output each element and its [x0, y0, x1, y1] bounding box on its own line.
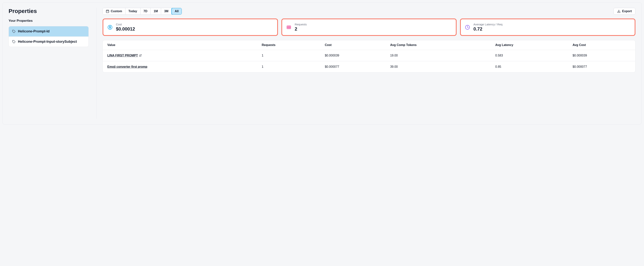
cell-avg-latency: 0.583: [493, 50, 570, 61]
time-filter-label: Today: [128, 10, 137, 13]
time-filter-label: 7D: [144, 10, 147, 13]
stat-value: 0.72: [473, 26, 502, 32]
table-head: ValueRequestsCostAvg Comp TokensAvg Late…: [103, 40, 635, 50]
table-row: Emoji converter first promp 1 $0.000077 …: [103, 61, 635, 73]
time-filter-label: Custom: [111, 10, 122, 13]
table-header: Avg Latency: [493, 40, 570, 50]
stat-label: Average Latency / Req: [473, 23, 502, 26]
time-filter-label: 3M: [164, 10, 168, 13]
cell-avg-cost: $0.000077: [570, 61, 635, 73]
dollar-icon: [108, 25, 112, 30]
sidebar-item-label: Helicone-Prompt-Input-storySubject: [18, 40, 77, 44]
svg-rect-2: [106, 10, 109, 13]
export-label: Export: [622, 10, 632, 13]
stat-value: $0.00012: [116, 26, 135, 32]
time-filter-label: All: [175, 10, 178, 13]
time-filter-label: 1M: [154, 10, 158, 13]
time-filter-3m[interactable]: 3M: [161, 8, 172, 15]
table-icon: [286, 25, 291, 30]
external-link-icon: [139, 54, 142, 57]
cell-cost: $0.000039: [322, 50, 388, 61]
tag-icon: [12, 40, 16, 44]
stat-content: Cost $0.00012: [116, 23, 135, 32]
cell-cost: $0.000077: [322, 61, 388, 73]
stat-card-clock: Average Latency / Req 0.72: [460, 19, 636, 36]
stat-card-table: Requests 2: [282, 19, 457, 36]
sidebar: Properties Your Properties Helicone-Prom…: [8, 8, 89, 119]
svg-rect-9: [287, 26, 291, 29]
sidebar-item-label: Helicone-Prompt-Id: [18, 29, 50, 33]
cell-avg-comp-tokens: 19.00: [388, 50, 492, 61]
clock-icon: [465, 25, 470, 30]
export-button[interactable]: Export: [614, 8, 636, 15]
stats-row: Cost $0.00012 Requests 2 Average Latency…: [102, 19, 636, 36]
table-header: Avg Comp Tokens: [388, 40, 492, 50]
table-body: LINA FIRST PROMPT 1 $0.000039 19.00 0.58…: [103, 50, 635, 73]
data-table: ValueRequestsCostAvg Comp TokensAvg Late…: [103, 40, 635, 72]
table-header: Value: [103, 40, 259, 50]
value-link[interactable]: LINA FIRST PROMPT: [107, 54, 142, 57]
table-header: Avg Cost: [570, 40, 635, 50]
stat-label: Cost: [116, 23, 135, 26]
cell-requests: 1: [259, 61, 322, 73]
download-icon: [617, 10, 620, 13]
stat-label: Requests: [295, 23, 307, 26]
section-label: Your Properties: [8, 19, 89, 23]
time-filter-1m[interactable]: 1M: [150, 8, 161, 15]
tag-icon: [12, 30, 16, 33]
page-title: Properties: [8, 8, 89, 14]
page-container: Properties Your Properties Helicone-Prom…: [2, 2, 642, 124]
property-list: Helicone-Prompt-Id Helicone-Prompt-Input…: [8, 26, 89, 47]
stat-content: Requests 2: [295, 23, 307, 32]
main-content: CustomToday7D1M3MAll Export Cost $0.0001…: [96, 8, 636, 119]
cell-avg-cost: $0.000039: [570, 50, 635, 61]
svg-line-15: [140, 55, 141, 56]
sidebar-item-1[interactable]: Helicone-Prompt-Input-storySubject: [9, 37, 88, 47]
cell-avg-latency: 0.85: [493, 61, 570, 73]
table-header: Requests: [259, 40, 322, 50]
table-header: Cost: [322, 40, 388, 50]
sidebar-item-0[interactable]: Helicone-Prompt-Id: [9, 26, 88, 37]
time-filter-custom[interactable]: Custom: [103, 8, 126, 15]
cell-requests: 1: [259, 50, 322, 61]
value-link[interactable]: Emoji converter first promp: [107, 65, 147, 69]
table-row: LINA FIRST PROMPT 1 $0.000039 19.00 0.58…: [103, 50, 635, 61]
table-header-row: ValueRequestsCostAvg Comp TokensAvg Late…: [103, 40, 635, 50]
stat-content: Average Latency / Req 0.72: [473, 23, 502, 32]
cell-avg-comp-tokens: 39.00: [388, 61, 492, 73]
time-filter-group: CustomToday7D1M3MAll: [102, 8, 182, 15]
toolbar: CustomToday7D1M3MAll Export: [102, 8, 636, 15]
time-filter-all[interactable]: All: [172, 8, 182, 15]
time-filter-today[interactable]: Today: [126, 8, 140, 15]
table-card: ValueRequestsCostAvg Comp TokensAvg Late…: [102, 40, 636, 73]
stat-value: 2: [295, 26, 307, 32]
calendar-icon: [106, 10, 109, 13]
time-filter-7d[interactable]: 7D: [140, 8, 150, 15]
stat-card-dollar: Cost $0.00012: [102, 19, 278, 36]
